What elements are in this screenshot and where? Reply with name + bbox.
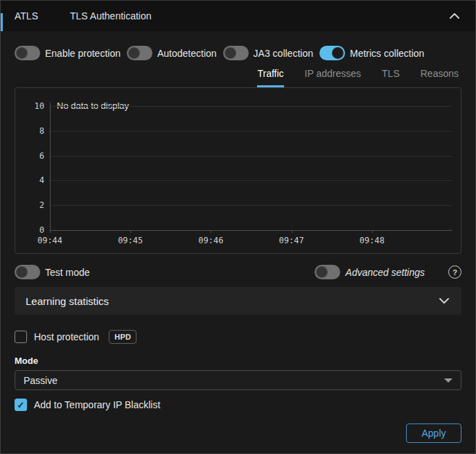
feature-toggle-1[interactable] [127,46,152,60]
advanced-settings-label: Advanced settings [346,267,425,278]
chart-tabs: TrafficIP addressesTLSReasons [15,68,461,87]
test-mode-toggle-item: Test mode [15,265,90,279]
grid-line [51,156,452,157]
x-axis-tick-label: 09:44 [37,236,62,245]
feature-toggle-item: Enable protection [15,46,121,60]
y-axis-tick-label: 4 [18,175,44,185]
x-axis-tick-label: 09:48 [360,236,385,245]
hpd-badge: HPD [109,330,136,344]
apply-button[interactable]: Apply [406,424,461,443]
feature-toggle-0[interactable] [15,46,40,60]
tab-traffic[interactable]: Traffic [257,68,283,87]
x-axis-tick [292,230,292,233]
blacklist-label: Add to Temporary IP Blacklist [34,399,160,410]
host-protection-row: ✓ Host protection HPD [15,330,461,344]
panel-title: TLS Authentication [70,10,152,21]
panel-body: Enable protectionAutodetectionJA3 collec… [1,46,475,443]
feature-toggle-label: JA3 collection [254,48,313,59]
feature-toggle-item: Autodetection [127,46,217,60]
accent-bar [1,13,3,31]
x-axis-tick-label: 09:46 [198,236,223,245]
feature-toggle-label: Metrics collection [350,48,424,59]
feature-toggles-row: Enable protectionAutodetectionJA3 collec… [15,46,461,60]
y-axis-tick-label: 6 [18,151,44,161]
product-name: ATLS [15,10,70,21]
tab-tls[interactable]: TLS [382,68,400,87]
learning-statistics-label: Learning statistics [26,295,109,307]
mode-select-value: Passive [24,375,58,386]
help-icon[interactable]: ? [448,265,461,279]
x-axis-tick-label: 09:45 [118,236,143,245]
tls-authentication-panel: ATLS TLS Authentication Enable protectio… [0,0,476,454]
grid-line [51,131,452,132]
test-mode-label: Test mode [45,267,90,278]
y-axis-tick-label: 0 [18,225,44,235]
tab-ip-addresses[interactable]: IP addresses [305,68,361,87]
chart-plot-area: No data to display 024681009:4409:4509:4… [50,106,452,230]
dropdown-caret-icon [444,378,452,383]
feature-toggle-item: JA3 collection [223,46,313,60]
blacklist-row: ✓ Add to Temporary IP Blacklist [15,399,461,411]
x-axis-tick-label: 09:47 [279,236,304,245]
feature-toggle-3[interactable] [319,46,345,60]
x-axis-tick [211,230,211,233]
feature-toggle-label: Enable protection [45,48,121,59]
x-axis-tick [50,230,51,233]
x-axis-line [50,230,452,231]
grid-line [51,106,452,107]
feature-toggle-item: Metrics collection [319,46,424,60]
y-axis-tick-label: 8 [18,126,44,136]
y-axis-tick-label: 2 [18,200,44,210]
x-axis-tick [130,230,131,233]
tab-reasons[interactable]: Reasons [421,68,459,87]
grid-line [51,180,452,181]
chevron-down-icon [438,295,450,307]
mode-label: Mode [15,356,461,366]
collapse-chevron-icon[interactable] [448,9,461,23]
test-mode-row: Test mode Advanced settings ? [15,265,461,279]
host-protection-checkbox[interactable]: ✓ [15,331,27,343]
advanced-settings-group: Advanced settings ? [315,265,461,279]
apply-row: Apply [15,424,461,443]
y-axis-line [50,102,51,230]
learning-statistics-expander[interactable]: Learning statistics [15,287,461,315]
test-mode-toggle[interactable] [15,265,40,279]
blacklist-checkbox[interactable]: ✓ [15,399,27,411]
panel-header[interactable]: ATLS TLS Authentication [1,1,475,31]
feature-toggle-label: Autodetection [157,48,217,59]
mode-select[interactable]: Passive [15,370,461,390]
traffic-chart: No data to display 024681009:4409:4509:4… [15,87,461,254]
host-protection-label: Host protection [34,331,99,342]
advanced-settings-toggle[interactable] [315,265,340,279]
x-axis-tick [372,230,373,233]
y-axis-tick-label: 10 [18,101,44,111]
checkmark-icon: ✓ [17,401,25,410]
grid-line [51,205,452,206]
feature-toggle-2[interactable] [223,46,249,60]
